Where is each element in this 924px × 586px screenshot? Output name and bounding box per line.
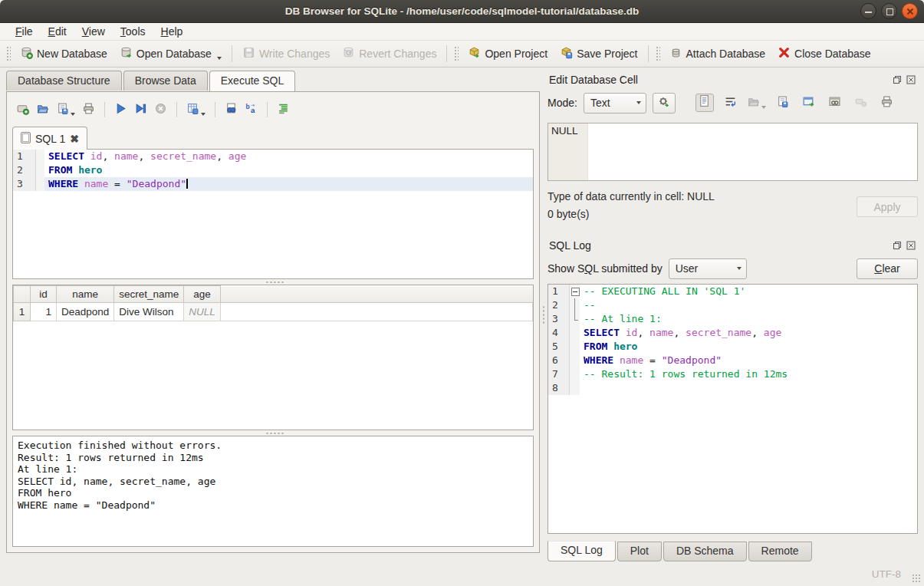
column-header[interactable]: name [57, 286, 114, 303]
sql-tab-label: SQL 1 [35, 133, 65, 145]
cell-id[interactable]: 1 [31, 303, 57, 321]
resize-grip[interactable] [912, 574, 921, 583]
panel-splitter[interactable] [540, 67, 547, 562]
save-results-dropdown-icon[interactable] [201, 113, 206, 116]
menubar: File Edit View Tools Help [0, 23, 924, 41]
close-sql-tab-icon[interactable]: ✖ [70, 133, 79, 145]
log-line: 2-- [548, 298, 917, 312]
menu-tools[interactable]: Tools [113, 23, 153, 41]
log-line: 7-- Result: 1 rows returned in 12ms [548, 367, 917, 381]
replace-button[interactable]: ba [242, 100, 260, 120]
fold-marker[interactable] [570, 285, 580, 298]
cell-info: Type of data currently in cell: NULL 0 b… [547, 189, 918, 232]
open-database-button[interactable]: Open Database [113, 43, 228, 64]
revert-changes-icon [342, 46, 355, 61]
save-results-button[interactable] [184, 100, 208, 120]
close-button[interactable] [902, 3, 918, 19]
open-in-external-button[interactable] [800, 94, 818, 112]
export-cell-button[interactable] [774, 94, 792, 112]
cell-secret-name[interactable]: Dive Wilson [114, 303, 184, 321]
save-project-button[interactable]: Save Project [554, 43, 643, 64]
menu-file[interactable]: File [8, 23, 41, 41]
minimize-button[interactable] [860, 3, 876, 19]
sql-log-dock-header: SQL Log [547, 236, 918, 255]
new-database-button[interactable]: New Database [14, 43, 113, 64]
results-grid[interactable]: id name secret_name age 1 1 Deadpond Di [12, 285, 534, 430]
sql-file-icon [21, 132, 31, 146]
float-icon[interactable] [892, 74, 903, 85]
tab-plot[interactable]: Plot [617, 542, 662, 561]
results-message-splitter[interactable] [12, 430, 534, 436]
encoding-indicator[interactable]: UTF-8 [872, 568, 901, 580]
save-file-icon [776, 95, 789, 110]
open-sql-file-button[interactable] [34, 100, 51, 120]
attach-database-button[interactable]: Attach Database [663, 43, 772, 64]
close-icon[interactable] [906, 240, 916, 251]
log-line: 1-- EXECUTING ALL IN 'SQL 1' [548, 285, 917, 298]
execute-line-icon [134, 102, 147, 117]
sql-doc-tab[interactable]: SQL 1 ✖ [12, 127, 87, 150]
apply-button: Apply [857, 196, 918, 217]
execute-all-icon [114, 102, 127, 117]
cell-name[interactable]: Deadpond [57, 303, 114, 321]
log-line: 3-- At line 1: [548, 312, 917, 326]
execute-line-button[interactable] [132, 100, 150, 120]
open-project-button[interactable]: Open Project [462, 43, 554, 64]
chevron-down-icon [737, 267, 742, 270]
editor-line: 1SELECT id, name, secret_name, age [13, 150, 533, 163]
copy-link-button[interactable] [826, 94, 844, 112]
maximize-button[interactable] [881, 3, 897, 19]
close-icon[interactable] [906, 74, 916, 85]
fold-marker [570, 298, 580, 312]
sql-toolbar: ba [14, 99, 534, 120]
fold-marker [570, 381, 580, 395]
text-mode-button[interactable] [695, 94, 714, 112]
save-sql-file-button[interactable] [54, 100, 77, 120]
row-number[interactable]: 1 [14, 303, 31, 321]
execute-all-button[interactable] [112, 100, 130, 120]
float-icon[interactable] [892, 240, 903, 251]
print-cell-button[interactable] [878, 94, 896, 112]
column-header[interactable]: age [184, 286, 221, 303]
tab-remote[interactable]: Remote [748, 542, 812, 561]
sql-log-view[interactable]: 1-- EXECUTING ALL IN 'SQL 1' 2-- 3-- At … [547, 284, 918, 534]
mode-select[interactable]: Text [584, 93, 646, 114]
column-header[interactable]: secret_name [114, 286, 184, 303]
find-button[interactable] [222, 100, 240, 120]
log-line: 6WHERE name = "Deadpond" [548, 354, 917, 367]
format-sql-button[interactable] [275, 100, 292, 120]
word-wrap-button[interactable] [722, 94, 740, 112]
menu-edit[interactable]: Edit [41, 23, 74, 41]
close-database-button[interactable]: Close Database [771, 43, 877, 64]
mode-select-value: Text [590, 97, 627, 109]
new-sql-tab-button[interactable] [14, 100, 31, 120]
window-title: DB Browser for SQLite - /home/user/code/… [0, 5, 924, 17]
tab-browse-data[interactable]: Browse Data [123, 71, 208, 91]
cell-value-editor[interactable]: NULL [547, 123, 918, 181]
print-button[interactable] [80, 100, 97, 120]
log-filter-select[interactable]: User [669, 258, 747, 279]
auto-switch-mode-button[interactable] [653, 93, 676, 114]
sql-editor[interactable]: 1SELECT id, name, secret_name, age 2FROM… [12, 149, 534, 279]
toolbar-drag-handle[interactable] [6, 46, 11, 61]
editor-results-splitter[interactable] [12, 279, 534, 285]
menu-help[interactable]: Help [153, 23, 191, 41]
open-database-dropdown-icon[interactable] [217, 57, 222, 60]
column-header[interactable]: id [31, 286, 57, 303]
log-line: 8 [548, 381, 917, 395]
clear-log-button[interactable]: Clear [857, 258, 918, 279]
fold-marker [570, 312, 580, 326]
save-sql-dropdown-icon[interactable] [71, 113, 75, 116]
menu-view[interactable]: View [74, 23, 113, 41]
fold-marker [570, 367, 580, 381]
toolbar-drag-handle[interactable] [454, 46, 459, 61]
log-filter-value: User [676, 262, 728, 275]
open-file-icon [36, 102, 49, 117]
cell-age[interactable]: NULL [184, 303, 221, 321]
tab-db-schema[interactable]: DB Schema [663, 542, 747, 561]
text-cursor [186, 179, 188, 189]
tab-sql-log[interactable]: SQL Log [547, 541, 616, 561]
tab-database-structure[interactable]: Database Structure [6, 71, 122, 91]
toolbar-drag-handle[interactable] [656, 46, 660, 61]
tab-execute-sql[interactable]: Execute SQL [209, 71, 296, 91]
